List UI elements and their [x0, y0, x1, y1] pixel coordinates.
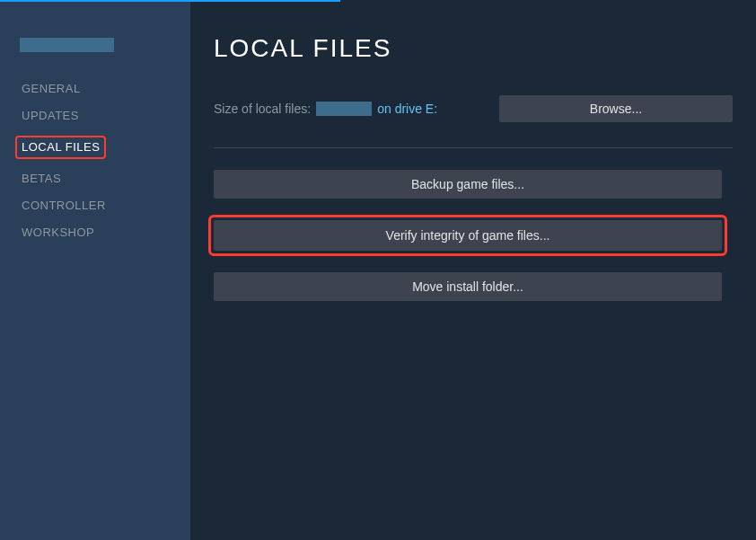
browse-button[interactable]: Browse...	[499, 95, 733, 122]
sidebar-item-controller[interactable]: CONTROLLER	[0, 192, 190, 219]
main-content: LOCAL FILES Size of local files: on driv…	[190, 2, 756, 540]
sidebar-item-betas[interactable]: BETAS	[0, 165, 190, 192]
sidebar-game-title-redacted	[20, 38, 114, 52]
verify-button-highlight: Verify integrity of game files...	[208, 215, 727, 256]
sidebar: GENERAL UPDATES LOCAL FILES BETAS CONTRO…	[0, 2, 190, 540]
sidebar-item-label: BETAS	[22, 172, 61, 185]
size-label: Size of local files:	[214, 102, 311, 116]
sidebar-item-label: CONTROLLER	[22, 199, 106, 212]
size-value-redacted	[316, 102, 372, 116]
local-files-info-row: Size of local files: on drive E: Browse.…	[214, 95, 733, 122]
sidebar-item-label: LOCAL FILES	[15, 136, 106, 159]
sidebar-item-general[interactable]: GENERAL	[0, 75, 190, 102]
sidebar-item-workshop[interactable]: WORKSHOP	[0, 219, 190, 246]
backup-button[interactable]: Backup game files...	[214, 170, 722, 199]
sidebar-item-updates[interactable]: UPDATES	[0, 102, 190, 129]
drive-label: on drive E:	[377, 102, 437, 116]
sidebar-item-label: UPDATES	[22, 109, 79, 122]
move-folder-button[interactable]: Move install folder...	[214, 272, 722, 301]
divider	[214, 147, 733, 148]
sidebar-item-label: WORKSHOP	[22, 226, 94, 239]
page-title: LOCAL FILES	[214, 34, 733, 63]
sidebar-item-local-files[interactable]: LOCAL FILES	[0, 129, 190, 165]
verify-button[interactable]: Verify integrity of game files...	[214, 220, 722, 251]
sidebar-item-label: GENERAL	[22, 82, 81, 95]
